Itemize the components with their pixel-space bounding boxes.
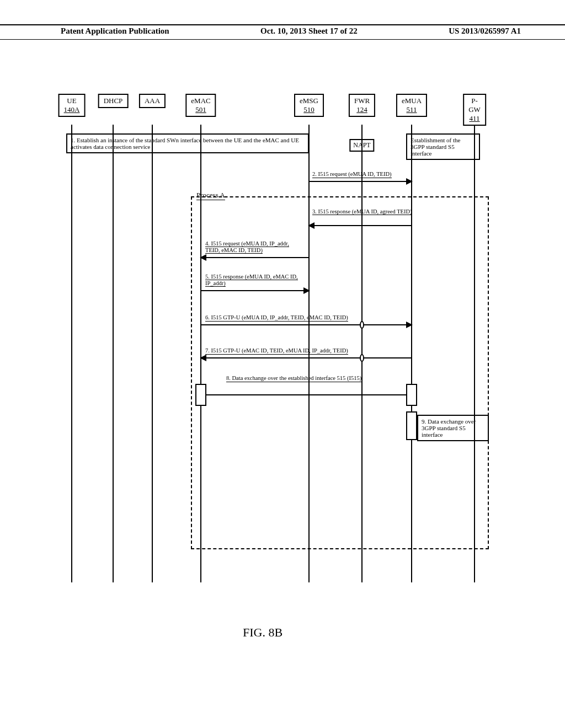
napt-box: NAPT (349, 139, 374, 152)
header-center: Oct. 10, 2013 Sheet 17 of 22 (260, 26, 358, 39)
exec-emua-9 (406, 411, 417, 440)
actor-fwr: FWR124 (349, 94, 375, 117)
lifeline-dhcp (113, 125, 114, 582)
actor-emac: eMAC501 (185, 94, 216, 117)
actor-dhcp: DHCP (98, 94, 129, 108)
pass-through-icon (360, 321, 364, 329)
actor-pgw: P-GW411 (463, 94, 486, 126)
actor-aaa: AAA (139, 94, 166, 108)
header-right: US 2013/0265997 A1 (449, 26, 521, 39)
msg3-label: 3. I515 response (eMUA ID, agreed TEID) (312, 208, 417, 215)
exec-emua (406, 384, 417, 406)
msg5-label: 5. I515 response (eMUA ID, eMAC ID, IP_a… (205, 274, 305, 287)
actor-emsg: eMSG510 (294, 94, 324, 117)
step1-box: 1. Establish an instance of the standard… (66, 133, 309, 153)
actor-ue: UE140A (58, 94, 86, 117)
msg7-arrow (201, 357, 412, 358)
pass-through-icon (360, 354, 364, 362)
msg6-label: 6. I515 GTP-U (eMUA ID, IP_addr, TEID, e… (205, 314, 348, 322)
msg8-label: 8. Data exchange over the established in… (226, 375, 361, 382)
msg4-label: 4. I515 request (eMUA ID, IP_addr, TEID,… (205, 240, 305, 254)
msg2-label: 2. I515 request (eMUA ID, TEID) (312, 171, 392, 178)
msg4-arrow (201, 257, 309, 258)
process-a-label: Process A (196, 191, 225, 200)
header-left: Patent Application Publication (61, 26, 169, 39)
actor-heads: UE140A DHCP AAA eMAC501 eMSG510 FWR124 e… (61, 94, 491, 125)
msg7-label: 7. I515 GTP-U (eMAC ID, TEID, eMUA ID, I… (205, 347, 348, 355)
msg2-arrow (309, 181, 412, 182)
exec-emac (195, 384, 206, 406)
actor-emua: eMUA511 (396, 94, 427, 117)
msg8-conn (206, 394, 406, 395)
sequence-diagram: UE140A DHCP AAA eMAC501 eMSG510 FWR124 e… (61, 94, 491, 601)
figure-caption: FIG. 8B (243, 625, 282, 640)
step9-box: 9. Data exchange over 3GPP standard S5 i… (417, 415, 489, 441)
lifeline-ue (71, 125, 72, 582)
step1-right-box: Establishment of the 3GPP standard S5 in… (406, 133, 480, 160)
msg3-arrow (309, 225, 412, 226)
msg5-arrow (201, 290, 309, 291)
msg6-arrow (201, 324, 412, 325)
lifeline-aaa (152, 125, 153, 582)
